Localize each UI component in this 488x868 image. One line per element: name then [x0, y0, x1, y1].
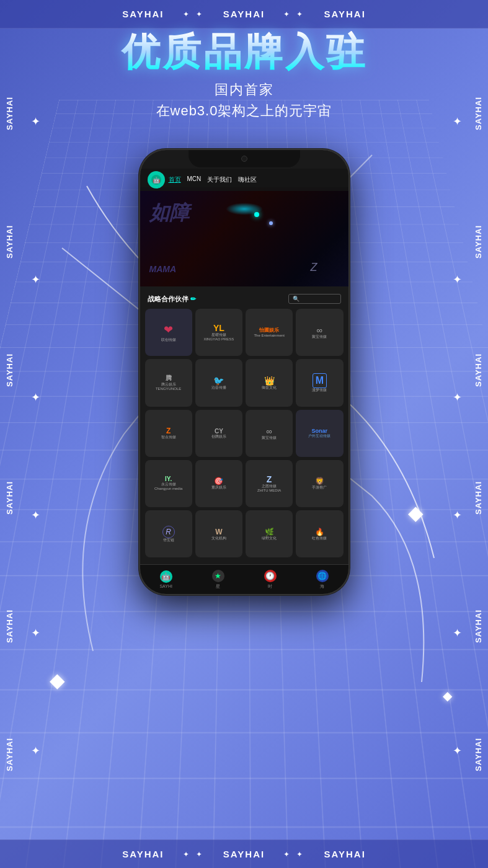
- brands-header: 战略合作伙伴 ✏ 🔍: [145, 291, 344, 309]
- star-icon-11: ✦: [31, 744, 40, 758]
- phone-nav: 🤖 首页 MCN 关于我们 嗨社区: [140, 169, 348, 191]
- right-label-2: SAYHAI: [474, 225, 483, 259]
- bottom-bar-sayhai-1: SAYHAI: [122, 849, 164, 859]
- diamond-large-1: ◆: [408, 501, 424, 525]
- hero-text: 如障: [149, 200, 189, 227]
- top-bar-dots-1: ✦ ✦: [183, 10, 205, 19]
- star-icon-8: ✦: [453, 508, 462, 522]
- top-bar-sayhai-2: SAYHAI: [223, 9, 265, 19]
- nav-about[interactable]: 关于我们: [207, 175, 232, 184]
- nav-community[interactable]: 嗨社区: [238, 175, 257, 184]
- brand-card-4[interactable]: ∞ 聚宝传媒: [296, 309, 343, 356]
- top-bar: SAYHAI ✦ ✦ SAYHAI ✦ ✦ SAYHAI: [0, 0, 488, 29]
- brand-card-7[interactable]: 👑 御皇文化: [246, 359, 293, 406]
- nav-mcn[interactable]: MCN: [187, 175, 202, 184]
- left-label-6: SAYHAI: [5, 738, 14, 771]
- bottom-bar: SAYHAI ✦ ✦ SAYHAI ✦ ✦ SAYHAI: [0, 839, 488, 868]
- star-icon-4: ✦: [453, 273, 462, 286]
- star-icon-5: ✦: [31, 391, 40, 404]
- diamond-large-2: ◆: [50, 668, 65, 692]
- bottom-bar-sayhai-3: SAYHAI: [324, 849, 366, 859]
- bottom-bar-dots-2: ✦ ✦: [283, 850, 305, 859]
- bottom-bar-dots-1: ✦ ✦: [183, 850, 205, 859]
- star-icon-6: ✦: [453, 391, 462, 404]
- brand-card-2[interactable]: YL 星曜传媒XINGYAO PRESS: [195, 309, 242, 356]
- top-bar-sayhai-3: SAYHAI: [324, 9, 366, 19]
- left-label-5: SAYHAI: [5, 609, 14, 643]
- left-label-3: SAYHAI: [5, 353, 14, 387]
- brand-card-18[interactable]: W 文化机构: [195, 510, 242, 557]
- star-icon-12: ✦: [453, 744, 462, 758]
- main-title: 优质品牌入驻: [0, 31, 488, 73]
- right-label-4: SAYHAI: [474, 481, 483, 515]
- bottom-nav-sayhi[interactable]: 🤖 SAYHI: [159, 570, 172, 588]
- left-side-labels: SAYHAI SAYHAI SAYHAI SAYHAI SAYHAI SAYHA…: [5, 0, 14, 868]
- brand-card-10[interactable]: CY 创腾娱乐: [195, 410, 242, 457]
- brand-card-13[interactable]: IY. 永云传媒Changyun media: [145, 460, 192, 507]
- brand-card-9[interactable]: Z 智点传媒: [145, 410, 192, 457]
- brand-card-sonar[interactable]: Sonar 户外互动传媒: [296, 410, 343, 457]
- star-icon-10: ✦: [453, 626, 462, 640]
- top-bar-dots-2: ✦ ✦: [283, 10, 305, 19]
- header-section: 优质品牌入驻 国内首家 在web3.0架构之上的元宇宙: [0, 31, 488, 120]
- top-bar-sayhai-1: SAYHAI: [122, 9, 164, 19]
- phone-frame: 🤖 首页 MCN 关于我们 嗨社区 如障: [139, 149, 350, 595]
- brand-card-20[interactable]: 🔥 红色传媒: [296, 510, 343, 557]
- phone-screen: 🤖 首页 MCN 关于我们 嗨社区 如障: [140, 150, 348, 594]
- left-label-2: SAYHAI: [5, 225, 14, 259]
- brands-search-box[interactable]: 🔍: [288, 294, 341, 304]
- nav-items: 首页 MCN 关于我们 嗨社区: [169, 175, 257, 184]
- phone-hero-banner: 如障 MAMA Z: [140, 187, 348, 286]
- brand-card-1[interactable]: ❤ 联创传媒: [145, 309, 192, 356]
- brand-card-17[interactable]: R 华互链: [145, 510, 192, 557]
- brand-card-16[interactable]: 🦁 手游推广: [296, 460, 343, 507]
- bottom-bar-sayhai-2: SAYHAI: [223, 849, 265, 859]
- sub-title1: 国内首家: [0, 81, 488, 99]
- star-icon-7: ✦: [31, 508, 40, 522]
- phone-brands-section[interactable]: 战略合作伙伴 ✏ 🔍 ❤ 联创传媒: [140, 286, 348, 564]
- star-icon-9: ✦: [31, 626, 40, 640]
- bottom-nav-star[interactable]: ★ 星: [212, 570, 224, 590]
- svg-text:🤖: 🤖: [153, 176, 161, 184]
- right-label-3: SAYHAI: [474, 353, 483, 387]
- phone-mockup: 🤖 首页 MCN 关于我们 嗨社区 如障: [139, 149, 350, 595]
- power-button: [348, 224, 350, 262]
- bottom-nav-clock[interactable]: 🕐 时: [264, 570, 277, 590]
- bottom-nav-globe[interactable]: 🌐 海: [316, 570, 329, 590]
- brand-card-11[interactable]: ∞ 聚宝传媒: [246, 410, 293, 457]
- nav-logo: 🤖: [148, 171, 165, 188]
- brand-card-15[interactable]: Z 之图传媒ZHITU MEDIA: [246, 460, 293, 507]
- star-icon-3: ✦: [31, 273, 40, 286]
- brands-title: 战略合作伙伴 ✏: [148, 294, 196, 304]
- phone-bottom-nav: 🤖 SAYHI ★ 星 🕐 时: [140, 564, 348, 594]
- brand-card-3[interactable]: 怡圃娱乐 The Entertainment: [246, 309, 293, 356]
- sub-title2: 在web3.0架构之上的元宇宙: [0, 102, 488, 120]
- right-label-5: SAYHAI: [474, 609, 483, 643]
- brand-card-14[interactable]: 🎯 重庆娱乐: [195, 460, 242, 507]
- brands-grid: ❤ 联创传媒 YL 星曜传媒XINGYAO PRESS 怡圃娱乐 T: [145, 309, 344, 557]
- nav-home[interactable]: 首页: [169, 175, 181, 184]
- left-label-4: SAYHAI: [5, 481, 14, 515]
- phone-notch: [189, 150, 300, 167]
- front-camera: [241, 156, 247, 162]
- right-label-6: SAYHAI: [474, 738, 483, 771]
- brand-card-19[interactable]: 🌿 绿野文化: [246, 510, 293, 557]
- right-side-labels: SAYHAI SAYHAI SAYHAI SAYHAI SAYHAI SAYHA…: [474, 0, 483, 868]
- brand-card-8[interactable]: M 漫梦传媒: [296, 359, 343, 406]
- brand-card-5[interactable]: 腾 腾云娱乐TENGYUNOLE: [145, 359, 192, 406]
- brand-card-6[interactable]: 🐦 泊音传播: [195, 359, 242, 406]
- diamond-large-3: ◆: [443, 688, 452, 703]
